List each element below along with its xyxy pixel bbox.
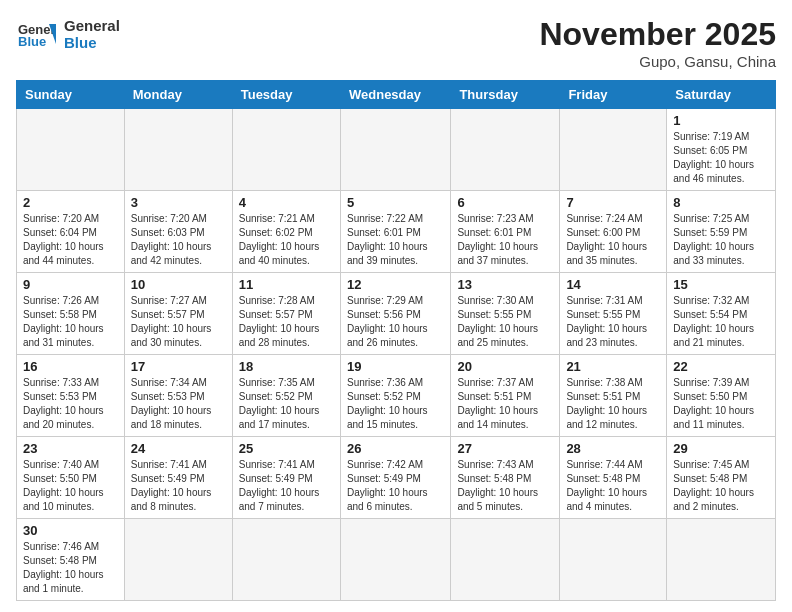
day-number: 27: [457, 441, 553, 456]
day-number: 14: [566, 277, 660, 292]
day-number: 18: [239, 359, 334, 374]
day-info: Sunrise: 7:45 AM Sunset: 5:48 PM Dayligh…: [673, 458, 769, 514]
day-info: Sunrise: 7:22 AM Sunset: 6:01 PM Dayligh…: [347, 212, 444, 268]
day-info: Sunrise: 7:19 AM Sunset: 6:05 PM Dayligh…: [673, 130, 769, 186]
day-number: 6: [457, 195, 553, 210]
day-info: Sunrise: 7:43 AM Sunset: 5:48 PM Dayligh…: [457, 458, 553, 514]
table-row: 3Sunrise: 7:20 AM Sunset: 6:03 PM Daylig…: [124, 191, 232, 273]
day-info: Sunrise: 7:33 AM Sunset: 5:53 PM Dayligh…: [23, 376, 118, 432]
header-monday: Monday: [124, 81, 232, 109]
day-number: 4: [239, 195, 334, 210]
table-row: 9Sunrise: 7:26 AM Sunset: 5:58 PM Daylig…: [17, 273, 125, 355]
day-info: Sunrise: 7:26 AM Sunset: 5:58 PM Dayligh…: [23, 294, 118, 350]
table-row: [451, 109, 560, 191]
day-number: 19: [347, 359, 444, 374]
day-info: Sunrise: 7:27 AM Sunset: 5:57 PM Dayligh…: [131, 294, 226, 350]
table-row: 18Sunrise: 7:35 AM Sunset: 5:52 PM Dayli…: [232, 355, 340, 437]
table-row: 14Sunrise: 7:31 AM Sunset: 5:55 PM Dayli…: [560, 273, 667, 355]
header-thursday: Thursday: [451, 81, 560, 109]
table-row: 19Sunrise: 7:36 AM Sunset: 5:52 PM Dayli…: [340, 355, 450, 437]
day-info: Sunrise: 7:38 AM Sunset: 5:51 PM Dayligh…: [566, 376, 660, 432]
day-number: 3: [131, 195, 226, 210]
table-row: 7Sunrise: 7:24 AM Sunset: 6:00 PM Daylig…: [560, 191, 667, 273]
table-row: 13Sunrise: 7:30 AM Sunset: 5:55 PM Dayli…: [451, 273, 560, 355]
svg-text:Blue: Blue: [18, 34, 46, 49]
day-info: Sunrise: 7:21 AM Sunset: 6:02 PM Dayligh…: [239, 212, 334, 268]
day-info: Sunrise: 7:32 AM Sunset: 5:54 PM Dayligh…: [673, 294, 769, 350]
header-friday: Friday: [560, 81, 667, 109]
day-number: 7: [566, 195, 660, 210]
day-info: Sunrise: 7:29 AM Sunset: 5:56 PM Dayligh…: [347, 294, 444, 350]
table-row: [232, 519, 340, 601]
day-number: 24: [131, 441, 226, 456]
day-number: 2: [23, 195, 118, 210]
header-tuesday: Tuesday: [232, 81, 340, 109]
day-number: 11: [239, 277, 334, 292]
table-row: [560, 519, 667, 601]
day-info: Sunrise: 7:31 AM Sunset: 5:55 PM Dayligh…: [566, 294, 660, 350]
table-row: 8Sunrise: 7:25 AM Sunset: 5:59 PM Daylig…: [667, 191, 776, 273]
day-info: Sunrise: 7:46 AM Sunset: 5:48 PM Dayligh…: [23, 540, 118, 596]
day-number: 15: [673, 277, 769, 292]
table-row: [124, 519, 232, 601]
day-number: 28: [566, 441, 660, 456]
table-row: [667, 519, 776, 601]
day-number: 22: [673, 359, 769, 374]
day-info: Sunrise: 7:41 AM Sunset: 5:49 PM Dayligh…: [239, 458, 334, 514]
logo: General Blue General Blue: [16, 16, 120, 52]
table-row: 16Sunrise: 7:33 AM Sunset: 5:53 PM Dayli…: [17, 355, 125, 437]
header-sunday: Sunday: [17, 81, 125, 109]
table-row: 22Sunrise: 7:39 AM Sunset: 5:50 PM Dayli…: [667, 355, 776, 437]
day-number: 16: [23, 359, 118, 374]
day-info: Sunrise: 7:39 AM Sunset: 5:50 PM Dayligh…: [673, 376, 769, 432]
table-row: 29Sunrise: 7:45 AM Sunset: 5:48 PM Dayli…: [667, 437, 776, 519]
table-row: 20Sunrise: 7:37 AM Sunset: 5:51 PM Dayli…: [451, 355, 560, 437]
day-number: 25: [239, 441, 334, 456]
table-row: [560, 109, 667, 191]
day-number: 23: [23, 441, 118, 456]
day-number: 20: [457, 359, 553, 374]
page-header: General Blue General Blue November 2025 …: [16, 16, 776, 70]
month-title: November 2025: [539, 16, 776, 53]
day-info: Sunrise: 7:36 AM Sunset: 5:52 PM Dayligh…: [347, 376, 444, 432]
table-row: 23Sunrise: 7:40 AM Sunset: 5:50 PM Dayli…: [17, 437, 125, 519]
day-number: 13: [457, 277, 553, 292]
table-row: 11Sunrise: 7:28 AM Sunset: 5:57 PM Dayli…: [232, 273, 340, 355]
day-number: 26: [347, 441, 444, 456]
table-row: 21Sunrise: 7:38 AM Sunset: 5:51 PM Dayli…: [560, 355, 667, 437]
logo-blue: Blue: [64, 34, 120, 51]
day-info: Sunrise: 7:28 AM Sunset: 5:57 PM Dayligh…: [239, 294, 334, 350]
table-row: 30Sunrise: 7:46 AM Sunset: 5:48 PM Dayli…: [17, 519, 125, 601]
day-info: Sunrise: 7:42 AM Sunset: 5:49 PM Dayligh…: [347, 458, 444, 514]
table-row: 17Sunrise: 7:34 AM Sunset: 5:53 PM Dayli…: [124, 355, 232, 437]
table-row: 25Sunrise: 7:41 AM Sunset: 5:49 PM Dayli…: [232, 437, 340, 519]
table-row: [340, 519, 450, 601]
table-row: [124, 109, 232, 191]
day-number: 5: [347, 195, 444, 210]
day-number: 30: [23, 523, 118, 538]
day-number: 8: [673, 195, 769, 210]
day-number: 29: [673, 441, 769, 456]
day-info: Sunrise: 7:40 AM Sunset: 5:50 PM Dayligh…: [23, 458, 118, 514]
table-row: [17, 109, 125, 191]
logo-icon: General Blue: [16, 16, 56, 52]
table-row: 5Sunrise: 7:22 AM Sunset: 6:01 PM Daylig…: [340, 191, 450, 273]
day-info: Sunrise: 7:20 AM Sunset: 6:04 PM Dayligh…: [23, 212, 118, 268]
table-row: 6Sunrise: 7:23 AM Sunset: 6:01 PM Daylig…: [451, 191, 560, 273]
day-info: Sunrise: 7:24 AM Sunset: 6:00 PM Dayligh…: [566, 212, 660, 268]
day-info: Sunrise: 7:20 AM Sunset: 6:03 PM Dayligh…: [131, 212, 226, 268]
day-number: 12: [347, 277, 444, 292]
table-row: [451, 519, 560, 601]
day-info: Sunrise: 7:44 AM Sunset: 5:48 PM Dayligh…: [566, 458, 660, 514]
day-info: Sunrise: 7:34 AM Sunset: 5:53 PM Dayligh…: [131, 376, 226, 432]
day-info: Sunrise: 7:37 AM Sunset: 5:51 PM Dayligh…: [457, 376, 553, 432]
table-row: 27Sunrise: 7:43 AM Sunset: 5:48 PM Dayli…: [451, 437, 560, 519]
location: Gupo, Gansu, China: [539, 53, 776, 70]
table-row: 1Sunrise: 7:19 AM Sunset: 6:05 PM Daylig…: [667, 109, 776, 191]
table-row: 4Sunrise: 7:21 AM Sunset: 6:02 PM Daylig…: [232, 191, 340, 273]
header-wednesday: Wednesday: [340, 81, 450, 109]
day-info: Sunrise: 7:35 AM Sunset: 5:52 PM Dayligh…: [239, 376, 334, 432]
day-number: 17: [131, 359, 226, 374]
day-number: 9: [23, 277, 118, 292]
table-row: 12Sunrise: 7:29 AM Sunset: 5:56 PM Dayli…: [340, 273, 450, 355]
